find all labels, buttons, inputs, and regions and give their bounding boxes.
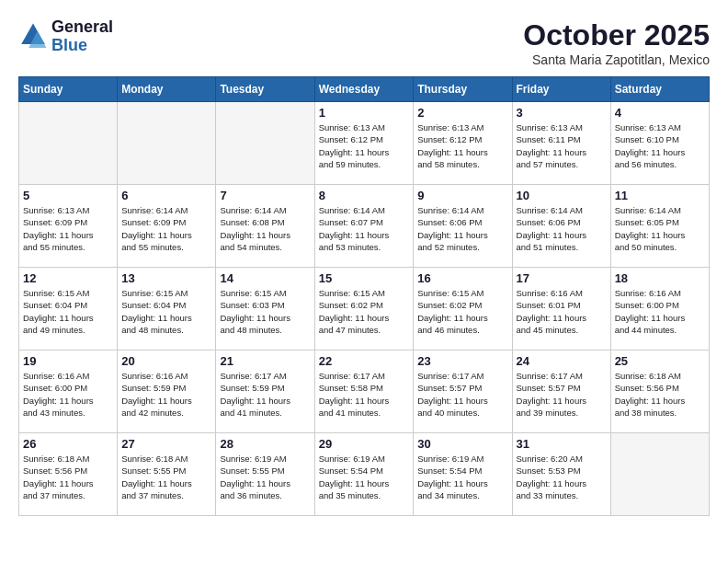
- day-number: 8: [319, 189, 410, 202]
- table-row: [610, 433, 709, 516]
- day-number: 19: [23, 354, 113, 368]
- day-info: Sunrise: 6:15 AM Sunset: 6:03 PM Dayligh…: [220, 287, 310, 336]
- table-row: 1Sunrise: 6:13 AM Sunset: 6:12 PM Daylig…: [314, 102, 414, 185]
- table-row: 15Sunrise: 6:15 AM Sunset: 6:02 PM Dayli…: [314, 268, 414, 350]
- calendar-table: SundayMondayTuesdayWednesdayThursdayFrid…: [18, 76, 710, 516]
- table-row: 11Sunrise: 6:14 AM Sunset: 6:05 PM Dayli…: [610, 185, 709, 268]
- table-row: 21Sunrise: 6:17 AM Sunset: 5:59 PM Dayli…: [216, 350, 314, 433]
- day-number: 18: [615, 271, 705, 285]
- day-info: Sunrise: 6:16 AM Sunset: 6:00 PM Dayligh…: [615, 287, 705, 336]
- day-number: 23: [417, 354, 507, 368]
- day-info: Sunrise: 6:16 AM Sunset: 6:01 PM Dayligh…: [517, 287, 607, 336]
- day-info: Sunrise: 6:13 AM Sunset: 6:11 PM Dayligh…: [517, 121, 607, 170]
- day-info: Sunrise: 6:14 AM Sunset: 6:09 PM Dayligh…: [121, 204, 211, 253]
- day-of-week-header: Thursday: [414, 77, 512, 102]
- table-row: 7Sunrise: 6:14 AM Sunset: 6:08 PM Daylig…: [216, 185, 314, 268]
- logo-text: General Blue: [51, 18, 113, 55]
- day-number: 12: [23, 271, 113, 285]
- table-row: 12Sunrise: 6:15 AM Sunset: 6:04 PM Dayli…: [19, 268, 118, 350]
- day-number: 27: [121, 437, 211, 451]
- day-number: 31: [517, 437, 607, 451]
- table-row: 10Sunrise: 6:14 AM Sunset: 6:06 PM Dayli…: [512, 185, 610, 268]
- day-number: 10: [517, 189, 607, 202]
- calendar-week-row: 19Sunrise: 6:16 AM Sunset: 6:00 PM Dayli…: [19, 350, 710, 433]
- day-number: 28: [220, 437, 310, 451]
- day-number: 1: [319, 106, 410, 120]
- month-title: October 2025: [523, 18, 710, 52]
- table-row: 9Sunrise: 6:14 AM Sunset: 6:06 PM Daylig…: [414, 185, 512, 268]
- day-of-week-header: Monday: [118, 77, 216, 102]
- day-of-week-header: Tuesday: [216, 77, 314, 102]
- day-of-week-header: Sunday: [19, 77, 118, 102]
- day-number: 5: [23, 189, 113, 202]
- table-row: 20Sunrise: 6:16 AM Sunset: 5:59 PM Dayli…: [118, 350, 216, 433]
- day-number: 7: [220, 189, 310, 202]
- day-number: 6: [121, 189, 211, 202]
- page-header: General Blue October 2025 Santa Maria Za…: [18, 18, 710, 67]
- day-info: Sunrise: 6:17 AM Sunset: 5:57 PM Dayligh…: [417, 370, 507, 419]
- table-row: 27Sunrise: 6:18 AM Sunset: 5:55 PM Dayli…: [118, 433, 216, 516]
- day-number: 29: [319, 437, 410, 451]
- table-row: 13Sunrise: 6:15 AM Sunset: 6:04 PM Dayli…: [118, 268, 216, 350]
- calendar-header-row: SundayMondayTuesdayWednesdayThursdayFrid…: [19, 77, 710, 102]
- table-row: 16Sunrise: 6:15 AM Sunset: 6:02 PM Dayli…: [414, 268, 512, 350]
- day-number: 3: [517, 106, 607, 120]
- table-row: 8Sunrise: 6:14 AM Sunset: 6:07 PM Daylig…: [314, 185, 414, 268]
- table-row: [19, 102, 118, 185]
- table-row: 19Sunrise: 6:16 AM Sunset: 6:00 PM Dayli…: [19, 350, 118, 433]
- logo-icon: [18, 22, 48, 52]
- table-row: 30Sunrise: 6:19 AM Sunset: 5:54 PM Dayli…: [414, 433, 512, 516]
- day-info: Sunrise: 6:13 AM Sunset: 6:12 PM Dayligh…: [319, 121, 410, 170]
- day-number: 17: [517, 271, 607, 285]
- table-row: [216, 102, 314, 185]
- table-row: 29Sunrise: 6:19 AM Sunset: 5:54 PM Dayli…: [314, 433, 414, 516]
- day-info: Sunrise: 6:17 AM Sunset: 5:57 PM Dayligh…: [517, 370, 607, 419]
- day-number: 15: [319, 271, 410, 285]
- logo-blue: Blue: [51, 37, 113, 55]
- location-subtitle: Santa Maria Zapotitlan, Mexico: [523, 52, 710, 67]
- day-info: Sunrise: 6:19 AM Sunset: 5:54 PM Dayligh…: [319, 453, 410, 501]
- calendar-week-row: 26Sunrise: 6:18 AM Sunset: 5:56 PM Dayli…: [19, 433, 710, 516]
- calendar-week-row: 12Sunrise: 6:15 AM Sunset: 6:04 PM Dayli…: [19, 268, 710, 350]
- day-number: 13: [121, 271, 211, 285]
- day-number: 20: [121, 354, 211, 368]
- day-info: Sunrise: 6:13 AM Sunset: 6:09 PM Dayligh…: [23, 204, 113, 253]
- table-row: 6Sunrise: 6:14 AM Sunset: 6:09 PM Daylig…: [118, 185, 216, 268]
- day-info: Sunrise: 6:16 AM Sunset: 5:59 PM Dayligh…: [121, 370, 211, 419]
- day-of-week-header: Wednesday: [314, 77, 414, 102]
- day-number: 9: [417, 189, 507, 202]
- table-row: 28Sunrise: 6:19 AM Sunset: 5:55 PM Dayli…: [216, 433, 314, 516]
- calendar-week-row: 1Sunrise: 6:13 AM Sunset: 6:12 PM Daylig…: [19, 102, 710, 185]
- day-info: Sunrise: 6:15 AM Sunset: 6:02 PM Dayligh…: [319, 287, 410, 336]
- day-number: 26: [23, 437, 113, 451]
- day-info: Sunrise: 6:15 AM Sunset: 6:04 PM Dayligh…: [23, 287, 113, 336]
- day-info: Sunrise: 6:20 AM Sunset: 5:53 PM Dayligh…: [517, 453, 607, 501]
- day-info: Sunrise: 6:14 AM Sunset: 6:05 PM Dayligh…: [615, 204, 705, 253]
- day-info: Sunrise: 6:14 AM Sunset: 6:07 PM Dayligh…: [319, 204, 410, 253]
- table-row: 26Sunrise: 6:18 AM Sunset: 5:56 PM Dayli…: [19, 433, 118, 516]
- day-info: Sunrise: 6:16 AM Sunset: 6:00 PM Dayligh…: [23, 370, 113, 419]
- day-info: Sunrise: 6:14 AM Sunset: 6:06 PM Dayligh…: [417, 204, 507, 253]
- day-info: Sunrise: 6:17 AM Sunset: 5:58 PM Dayligh…: [319, 370, 410, 419]
- calendar-week-row: 5Sunrise: 6:13 AM Sunset: 6:09 PM Daylig…: [19, 185, 710, 268]
- table-row: 31Sunrise: 6:20 AM Sunset: 5:53 PM Dayli…: [512, 433, 610, 516]
- day-number: 14: [220, 271, 310, 285]
- day-info: Sunrise: 6:15 AM Sunset: 6:04 PM Dayligh…: [121, 287, 211, 336]
- day-info: Sunrise: 6:19 AM Sunset: 5:55 PM Dayligh…: [220, 453, 310, 501]
- table-row: 18Sunrise: 6:16 AM Sunset: 6:00 PM Dayli…: [610, 268, 709, 350]
- table-row: 2Sunrise: 6:13 AM Sunset: 6:12 PM Daylig…: [414, 102, 512, 185]
- day-number: 16: [417, 271, 507, 285]
- day-number: 4: [615, 106, 705, 120]
- day-number: 22: [319, 354, 410, 368]
- day-info: Sunrise: 6:13 AM Sunset: 6:12 PM Dayligh…: [417, 121, 507, 170]
- day-of-week-header: Saturday: [610, 77, 709, 102]
- day-info: Sunrise: 6:14 AM Sunset: 6:08 PM Dayligh…: [220, 204, 310, 253]
- day-info: Sunrise: 6:18 AM Sunset: 5:56 PM Dayligh…: [23, 453, 113, 501]
- day-number: 11: [615, 189, 705, 202]
- table-row: 5Sunrise: 6:13 AM Sunset: 6:09 PM Daylig…: [19, 185, 118, 268]
- day-info: Sunrise: 6:14 AM Sunset: 6:06 PM Dayligh…: [517, 204, 607, 253]
- table-row: 23Sunrise: 6:17 AM Sunset: 5:57 PM Dayli…: [414, 350, 512, 433]
- day-info: Sunrise: 6:15 AM Sunset: 6:02 PM Dayligh…: [417, 287, 507, 336]
- table-row: 24Sunrise: 6:17 AM Sunset: 5:57 PM Dayli…: [512, 350, 610, 433]
- day-info: Sunrise: 6:19 AM Sunset: 5:54 PM Dayligh…: [417, 453, 507, 501]
